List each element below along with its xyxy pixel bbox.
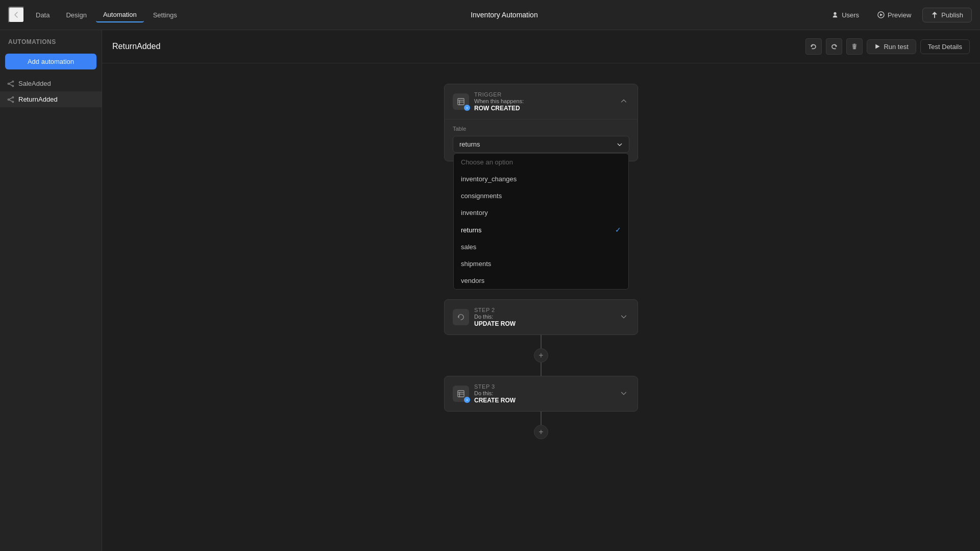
svg-rect-12 (458, 99, 464, 105)
publish-icon (931, 11, 938, 18)
create-row-icon (457, 390, 464, 397)
svg-line-10 (9, 98, 12, 99)
run-test-button[interactable]: Run test (867, 39, 916, 54)
step3-card-info: Step 3 Do this: CREATE ROW (474, 384, 516, 404)
share-icon (7, 80, 14, 87)
dropdown-item-inventory[interactable]: inventory (454, 204, 628, 221)
svg-line-11 (9, 100, 12, 101)
connector-3 (541, 363, 542, 376)
nav-right: Users Preview Publish (824, 8, 972, 22)
trigger-table-section: Table returns Choose an option (445, 119, 638, 161)
test-details-button[interactable]: Test Details (920, 39, 970, 54)
table-select[interactable]: returns Choose an option inventory_ (453, 136, 629, 153)
update-icon (457, 314, 464, 321)
redo-button[interactable] (826, 38, 842, 55)
step3-card-left: + Step 3 Do this: CREATE ROW (453, 384, 516, 404)
trigger-card: + Trigger When this happens: ROW CREATED (444, 84, 638, 161)
step2-action-label: UPDATE ROW (474, 320, 516, 327)
step3-card-icon: + (453, 386, 469, 402)
header-actions: Run test Test Details (805, 38, 970, 55)
step2-expand-button[interactable] (618, 311, 629, 324)
dropdown-item-vendors[interactable]: vendors (454, 272, 628, 289)
trigger-desc-label: When this happens: (474, 98, 524, 104)
dropdown-item-sales[interactable]: sales (454, 238, 628, 255)
delete-button[interactable] (846, 38, 863, 55)
run-icon (874, 43, 880, 50)
automation-canvas: + Trigger When this happens: ROW CREATED (102, 63, 980, 551)
trigger-card-icon: + (453, 93, 469, 110)
preview-button[interactable]: Preview (870, 8, 918, 22)
redo-icon (830, 43, 838, 50)
flow-container: + Trigger When this happens: ROW CREATED (444, 84, 638, 439)
dropdown-item-choose[interactable]: Choose an option (454, 154, 628, 171)
back-button[interactable] (8, 7, 24, 23)
dropdown-item-inventory-changes[interactable]: inventory_changes (454, 171, 628, 187)
svg-rect-16 (458, 391, 464, 397)
table-dropdown-menu: Choose an option inventory_changes consi… (453, 153, 629, 290)
step3-card: + Step 3 Do this: CREATE ROW (444, 376, 638, 412)
dropdown-item-consignments[interactable]: consignments (454, 187, 628, 204)
step3-card-header: + Step 3 Do this: CREATE ROW (445, 376, 638, 411)
trigger-type-label: Trigger (474, 91, 524, 98)
svg-marker-1 (880, 13, 883, 16)
step3-desc-label: Do this: (474, 390, 516, 396)
automation-title: ReturnAdded (112, 42, 160, 51)
step3-type-label: Step 3 (474, 384, 516, 390)
step2-card-left: Step 2 Do this: UPDATE ROW (453, 307, 516, 327)
trigger-card-info: Trigger When this happens: ROW CREATED (474, 91, 524, 112)
trigger-card-left: + Trigger When this happens: ROW CREATED (453, 91, 524, 112)
top-nav: Data Design Automation Settings Inventor… (0, 0, 980, 30)
users-icon (831, 11, 839, 18)
chevron-down-icon-2 (620, 313, 627, 320)
chevron-down-icon-3 (620, 390, 627, 397)
select-value: returns (459, 140, 480, 148)
sidebar-item-sale-added[interactable]: SaleAdded (0, 76, 102, 91)
nav-tabs: Data Design Automation Settings (29, 8, 184, 22)
svg-point-9 (8, 99, 9, 100)
undo-button[interactable] (805, 38, 822, 55)
svg-point-3 (12, 85, 14, 87)
delete-icon (851, 43, 858, 50)
sidebar-item-label-2: ReturnAdded (18, 95, 58, 103)
sidebar-item-label: SaleAdded (18, 80, 51, 87)
step3-badge: + (464, 397, 470, 403)
step2-card-header: Step 2 Do this: UPDATE ROW (445, 300, 638, 334)
step2-section: Step 2 Do this: UPDATE ROW (444, 299, 638, 439)
step2-card-icon (453, 309, 469, 325)
content-header: ReturnAdded (102, 30, 980, 63)
table-icon (457, 98, 464, 105)
svg-point-7 (12, 97, 14, 98)
dropdown-item-returns[interactable]: returns ✓ (454, 221, 628, 238)
svg-point-2 (12, 81, 14, 82)
trigger-collapse-button[interactable] (618, 95, 629, 108)
check-icon: ✓ (615, 226, 621, 234)
chevron-down-icon (617, 141, 623, 148)
trigger-badge: + (464, 105, 470, 111)
add-step-button-2[interactable]: + (534, 348, 548, 363)
tab-data[interactable]: Data (29, 8, 57, 22)
step2-type-label: Step 2 (474, 307, 516, 313)
svg-point-4 (8, 83, 9, 84)
publish-button[interactable]: Publish (922, 8, 972, 22)
step2-desc-label: Do this: (474, 314, 516, 320)
connector-4 (541, 412, 542, 425)
add-step-button-3[interactable]: + (534, 425, 548, 439)
preview-icon (877, 11, 885, 18)
connector-2 (541, 335, 542, 348)
tab-settings[interactable]: Settings (146, 8, 184, 22)
add-automation-button[interactable]: Add automation (5, 54, 96, 69)
undo-icon (810, 43, 817, 50)
main-layout: Automations Add automation SaleAdded (0, 30, 980, 551)
step3-action-label: CREATE ROW (474, 397, 516, 404)
dropdown-item-shipments[interactable]: shipments (454, 255, 628, 272)
svg-point-8 (12, 101, 14, 103)
svg-line-6 (9, 84, 12, 85)
sidebar-header: Automations (0, 30, 102, 54)
step3-expand-button[interactable] (618, 388, 629, 400)
sidebar-item-return-added[interactable]: ReturnAdded (0, 91, 102, 107)
page-title: Inventory Automation (184, 11, 824, 19)
tab-design[interactable]: Design (59, 8, 93, 22)
tab-automation[interactable]: Automation (96, 8, 144, 22)
step2-card-info: Step 2 Do this: UPDATE ROW (474, 307, 516, 327)
users-button[interactable]: Users (824, 8, 866, 22)
